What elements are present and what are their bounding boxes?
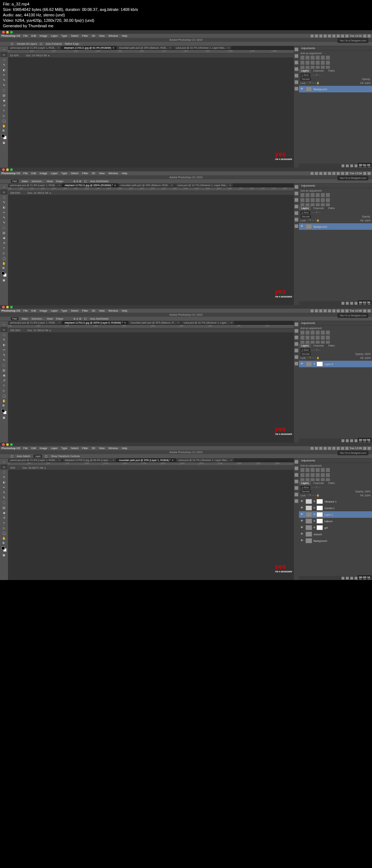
- status-icon[interactable]: [337, 309, 340, 312]
- visibility-icon[interactable]: 👁: [300, 513, 304, 516]
- layer-thumbnail[interactable]: [306, 87, 312, 92]
- tool-2[interactable]: ◌: [0, 195, 8, 200]
- layer-row[interactable]: 👁⛓Curves 1: [299, 505, 372, 511]
- menu-edit[interactable]: Edit: [31, 172, 36, 175]
- document-tab[interactable]: cuba.psd @ 16.7% (Vibrance 1, Layer Mas.…: [175, 183, 233, 187]
- maximize-button[interactable]: [10, 168, 13, 171]
- panel-icon[interactable]: [295, 224, 298, 228]
- close-button[interactable]: [2, 306, 5, 308]
- tool-13[interactable]: ▷: [0, 113, 8, 118]
- document-tab[interactable]: cuba.psd @ 16.7% (Vibrance 1, Layer Mas.…: [173, 46, 231, 49]
- tool-11[interactable]: ↺: [0, 103, 8, 108]
- menu-select[interactable]: Select: [71, 34, 78, 37]
- minimize-button[interactable]: [6, 306, 9, 308]
- zoom-level[interactable]: 209.03%: [10, 192, 20, 194]
- menu-help[interactable]: Help: [122, 34, 127, 37]
- adjustment-icon[interactable]: [311, 198, 315, 202]
- panel-tab[interactable]: Layers: [299, 69, 311, 73]
- adjustment-icon[interactable]: [300, 336, 304, 340]
- status-icon[interactable]: [328, 447, 331, 450]
- tool-14[interactable]: ◯: [0, 118, 8, 123]
- tool-0[interactable]: ↔: [0, 459, 8, 464]
- document-tab[interactable]: mountain path.psd @ 25% (Layer 1, RGB/8)…: [117, 458, 176, 462]
- tool-9[interactable]: ▤: [0, 368, 8, 373]
- menu-icon[interactable]: [368, 447, 371, 450]
- menu-help[interactable]: Help: [122, 309, 127, 312]
- link-icon[interactable]: ⛓: [314, 363, 316, 365]
- status-icon[interactable]: [324, 172, 327, 175]
- adjustment-icon[interactable]: [300, 61, 304, 65]
- layer-mask[interactable]: [316, 519, 323, 524]
- adjustment-icon[interactable]: [300, 473, 304, 477]
- blend-mode[interactable]: Normal: [300, 77, 311, 81]
- tool-6[interactable]: ✎: [0, 352, 8, 357]
- layer-row[interactable]: 👁⛓Layer 0: [299, 361, 372, 367]
- status-icon[interactable]: [319, 35, 322, 37]
- layer-action-icon[interactable]: [341, 577, 344, 580]
- status-icon[interactable]: [341, 172, 344, 175]
- minimize-button[interactable]: [6, 168, 9, 171]
- panel-tab[interactable]: Paths: [326, 481, 337, 485]
- layer-thumbnail[interactable]: [306, 532, 312, 537]
- status-icon[interactable]: [311, 172, 314, 175]
- tool-12[interactable]: T: [0, 520, 8, 525]
- chevron-right-icon[interactable]: ▸: [50, 192, 51, 195]
- layer-mask[interactable]: [316, 512, 323, 517]
- document-tab[interactable]: periscope.psd @ 21.8% (Layer 1, RGB/...×: [8, 183, 62, 187]
- panel-icon[interactable]: [295, 329, 298, 333]
- adjustment-icon[interactable]: [311, 468, 315, 472]
- menu-select[interactable]: Select: [71, 309, 78, 312]
- tool-8[interactable]: ⬚: [0, 225, 8, 230]
- tool-16[interactable]: 🔍: [0, 266, 8, 271]
- layer-row[interactable]: 👁⛓Layer 1: [299, 511, 372, 518]
- adjustment-icon[interactable]: [306, 473, 310, 477]
- adjustment-icon[interactable]: [306, 61, 310, 65]
- color-swatch[interactable]: [1, 409, 7, 414]
- menu-layer[interactable]: Layer: [51, 34, 58, 37]
- status-icon[interactable]: [315, 35, 318, 37]
- filter-kind[interactable]: ρ Kind: [300, 348, 310, 352]
- adjustment-icon[interactable]: [306, 193, 310, 197]
- tool-0[interactable]: ↔: [0, 47, 8, 52]
- color-swatch[interactable]: [1, 547, 7, 552]
- status-icon[interactable]: [332, 447, 335, 450]
- tool-2[interactable]: ◌: [0, 469, 8, 475]
- adjustment-icon[interactable]: [311, 56, 315, 60]
- status-icon[interactable]: [341, 447, 344, 450]
- tool-16[interactable]: 🔍: [0, 541, 8, 546]
- workspace-button[interactable]: Yes I'm a Designer.com: [337, 176, 368, 180]
- layer-action-icon[interactable]: [350, 302, 353, 305]
- canvas-area[interactable]: 0250500750100012501500175020002250250027…: [8, 462, 294, 466]
- menu-select[interactable]: Select: [71, 447, 78, 450]
- layer-thumbnail[interactable]: [306, 525, 312, 530]
- filter-kind[interactable]: ρ Kind: [300, 211, 310, 214]
- layer-row[interactable]: 👁Background: [299, 537, 372, 544]
- adjustment-icon[interactable]: [326, 473, 330, 477]
- status-icon[interactable]: [324, 447, 327, 450]
- link-icon[interactable]: ⛓: [314, 527, 316, 529]
- status-icon[interactable]: [324, 35, 327, 37]
- status-icon[interactable]: [319, 309, 322, 312]
- tool-7[interactable]: ✎: [0, 83, 8, 88]
- tool-13[interactable]: ▷: [0, 388, 8, 393]
- search-icon[interactable]: [363, 35, 366, 37]
- panel-tab[interactable]: Paths: [326, 69, 337, 73]
- filter-kind[interactable]: ρ Kind: [300, 486, 310, 489]
- status-icon[interactable]: [311, 447, 314, 450]
- panel-tab[interactable]: Layers: [299, 481, 311, 485]
- adjustment-icon[interactable]: [300, 198, 304, 202]
- menu-view[interactable]: View: [99, 172, 105, 175]
- panel-icon[interactable]: [295, 362, 298, 365]
- minimize-button[interactable]: [6, 31, 9, 33]
- menu-view[interactable]: View: [99, 309, 105, 312]
- visibility-icon[interactable]: 👁: [300, 500, 304, 503]
- layer-action-icon[interactable]: [341, 164, 344, 167]
- adjustment-icon[interactable]: [306, 336, 310, 340]
- maximize-button[interactable]: [10, 443, 13, 446]
- status-icon[interactable]: [337, 447, 340, 450]
- menu-3d[interactable]: 3D: [92, 172, 96, 175]
- tool-1[interactable]: ▭: [0, 189, 8, 195]
- status-icon[interactable]: [319, 172, 322, 175]
- panel-tab[interactable]: Channels: [311, 69, 326, 73]
- panel-tab[interactable]: Channels: [311, 206, 326, 210]
